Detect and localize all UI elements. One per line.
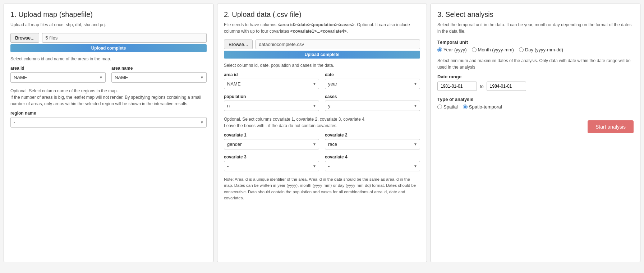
area-name-label: area name: [111, 66, 207, 71]
date-to-input[interactable]: [487, 82, 526, 91]
temporal-unit-label: Temporal unit: [437, 40, 634, 45]
cov2-select-wrapper: race - ▼: [325, 139, 420, 149]
panel3-title: 3. Select analysis: [437, 10, 634, 19]
area-id-label: area id: [10, 66, 106, 71]
area-id-select-2[interactable]: NAME: [224, 79, 319, 89]
spatial-label: Spatial: [443, 104, 458, 110]
cases-label: cases: [325, 94, 420, 99]
cov3-col: covariate 3 - ▼: [224, 154, 319, 171]
temporal-day-option[interactable]: Day (yyyy-mm-dd): [519, 47, 563, 52]
panel1-subtitle: Upload all map files at once: shp, dbf, …: [10, 22, 207, 28]
optional-cov-note: Optional. Select columns covariate 1, co…: [224, 116, 420, 129]
progress-text-2: Upload complete: [224, 51, 420, 59]
panel-upload-data: 2. Upload data (.csv file) File needs to…: [217, 4, 427, 262]
area-date-row: area id NAME ▼ date year ▼: [224, 72, 420, 89]
columns-note-1: Select columns id and name of the areas …: [10, 56, 207, 61]
type-of-analysis-label: Type of analysis: [437, 97, 634, 102]
population-label: population: [224, 94, 319, 99]
panel2-subtitle-bold: <area id><date><population><cases>: [277, 22, 354, 27]
upload-progress-bar-2: Upload complete: [224, 51, 420, 59]
area-name-select-wrapper: NAME ▼: [111, 72, 207, 83]
temporal-day-label: Day (yyyy-mm-dd): [525, 47, 563, 52]
cov2-col: covariate 2 race - ▼: [325, 133, 420, 149]
temporal-unit-radio-group: Year (yyyy) Month (yyyy-mm) Day (yyyy-mm…: [437, 47, 634, 52]
cov4-select[interactable]: -: [325, 161, 420, 171]
area-id-select-wrapper-2: NAME ▼: [224, 79, 319, 89]
area-id-select-wrapper: NAME ▼: [10, 72, 106, 83]
cases-select-wrapper: y ▼: [325, 101, 420, 111]
progress-text-1: Upload complete: [10, 44, 207, 52]
cov3-label: covariate 3: [224, 154, 319, 159]
area-name-select[interactable]: NAME: [111, 72, 207, 83]
spatial-radio[interactable]: [437, 105, 442, 109]
temporal-month-label: Month (yyyy-mm): [478, 47, 514, 52]
note-text: Note: Area id is a unique identifier of …: [224, 176, 420, 201]
panel2-subtitle: File needs to have columns <area id><dat…: [224, 22, 420, 34]
area-id-col-2: area id NAME ▼: [224, 72, 319, 89]
columns-note-2: Select columns id, date, population and …: [224, 63, 420, 68]
pop-cases-row: population n ▼ cases y ▼: [224, 94, 420, 111]
area-id-col: area id NAME ▼: [10, 66, 106, 83]
date-select[interactable]: year: [325, 79, 420, 89]
cov1-select-wrapper: gender - ▼: [224, 139, 319, 149]
area-id-label-2: area id: [224, 72, 319, 77]
cov2-label: covariate 2: [325, 133, 420, 138]
temporal-year-option[interactable]: Year (yyyy): [437, 47, 467, 52]
file-name-display-2: dataohiocomplete.csv: [256, 40, 420, 49]
cov1-label: covariate 1: [224, 133, 319, 138]
panel-upload-map: 1. Upload map (shapefile) Upload all map…: [4, 4, 213, 262]
area-id-select[interactable]: NAME: [10, 72, 106, 83]
panel1-title: 1. Upload map (shapefile): [10, 10, 207, 19]
cases-select[interactable]: y: [325, 101, 420, 111]
file-upload-row: Browse... 5 files: [10, 33, 207, 43]
cases-col: cases y ▼: [325, 94, 420, 111]
cov4-select-wrapper: - ▼: [325, 161, 420, 171]
file-name-display-1: 5 files: [42, 33, 207, 43]
temporal-month-radio[interactable]: [472, 47, 477, 52]
analysis-type-radio-group: Spatial Spatio-temporal: [437, 104, 634, 110]
spatiotemporal-radio[interactable]: [463, 105, 468, 109]
cov34-row: covariate 3 - ▼ covariate 4 - ▼: [224, 154, 420, 171]
date-label: date: [325, 72, 420, 77]
population-select[interactable]: n: [224, 101, 319, 111]
start-analysis-button[interactable]: Start analysis: [588, 120, 634, 133]
browse-button-1[interactable]: Browse...: [10, 33, 39, 43]
cov3-select[interactable]: -: [224, 161, 319, 171]
date-range-row: to: [437, 82, 634, 91]
area-selects-row: area id NAME ▼ area name NAME ▼: [10, 66, 207, 83]
region-name-label: region name: [10, 111, 207, 116]
temporal-year-radio[interactable]: [437, 47, 442, 52]
area-name-col: area name NAME ▼: [111, 66, 207, 83]
panel2-subtitle-bold2: <covariate1>...<covariate4>: [290, 29, 347, 34]
cov12-row: covariate 1 gender - ▼ covariate 2 race …: [224, 133, 420, 149]
date-range-note: Select minimum and maximum dates of the …: [437, 57, 634, 70]
cov4-label: covariate 4: [325, 154, 420, 159]
panel-select-analysis: 3. Select analysis Select the temporal u…: [431, 4, 640, 262]
cov3-select-wrapper: - ▼: [224, 161, 319, 171]
population-select-wrapper: n ▼: [224, 101, 319, 111]
region-name-select[interactable]: -: [10, 117, 207, 128]
date-select-wrapper: year ▼: [325, 79, 420, 89]
browse-button-2[interactable]: Browse...: [224, 40, 253, 49]
panel2-title: 2. Upload data (.csv file): [224, 10, 420, 19]
population-col: population n ▼: [224, 94, 319, 111]
date-col: date year ▼: [325, 72, 420, 89]
file-upload-row-2: Browse... dataohiocomplete.csv: [224, 40, 420, 49]
date-from-input[interactable]: [437, 82, 477, 91]
upload-progress-bar-1: Upload complete: [10, 44, 207, 52]
date-range-label: Date range: [437, 74, 634, 79]
to-label: to: [480, 84, 484, 89]
cov1-select[interactable]: gender -: [224, 139, 319, 149]
temporal-month-option[interactable]: Month (yyyy-mm): [472, 47, 514, 52]
panel2-subtitle-plain: File needs to have columns: [224, 22, 277, 27]
region-name-group: region name - ▼: [10, 111, 207, 128]
region-name-select-wrapper: - ▼: [10, 117, 207, 128]
spatial-option[interactable]: Spatial: [437, 104, 458, 110]
temporal-year-label: Year (yyyy): [443, 47, 467, 52]
optional-region-note: Optional. Select column name of the regi…: [10, 88, 207, 107]
spatiotemporal-option[interactable]: Spatio-temporal: [463, 104, 502, 110]
cov4-col: covariate 4 - ▼: [325, 154, 420, 171]
cov2-select[interactable]: race -: [325, 139, 420, 149]
temporal-day-radio[interactable]: [519, 47, 524, 52]
cov1-col: covariate 1 gender - ▼: [224, 133, 319, 149]
